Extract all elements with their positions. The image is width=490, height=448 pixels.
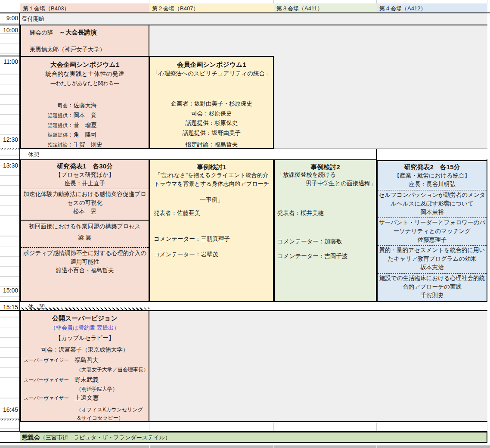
time-1100: 11:00 [0, 58, 18, 65]
grid-line [487, 423, 487, 432]
symposium1-role-row: 司会：佐藤大海 [30, 101, 157, 109]
case1-line2: トラウマを背景とする身体志向的アプローチ [150, 180, 273, 188]
band-border [0, 431, 487, 432]
symposium2-line: 話題提供：坂野由美子 [150, 129, 273, 137]
role-label: 指定討論 [30, 142, 68, 148]
time-1645: 16:45 [0, 406, 18, 414]
case2-block[interactable]: 事例検討2 「放課後登校を続ける 男子中学生との面接過程」 発表者：桜井美穂 コ… [274, 159, 377, 302]
reception-label: 受付開始 [22, 16, 44, 22]
sheet-bottom-tick [149, 445, 150, 448]
talk-title: セルフコンパッションが勤労者のメンタルヘルスに及ぼす影響について [378, 191, 487, 208]
talk-author: 松本 晃 [73, 207, 96, 216]
research1-talk: 初回面接における作業同盟の構築プロセス 梁 晨 [21, 220, 149, 247]
supervisee-affiliation: （大妻女子大学／当会理事長） [76, 366, 149, 374]
reception-row[interactable]: 受付開始 [20, 13, 487, 25]
symposium1-subtitle: 統合的な実践と主体性の発達 [21, 70, 149, 78]
supervisee-row: スーパーヴァイジー福島哲夫 [24, 356, 99, 364]
role-name: ：千賀 則史 [68, 141, 102, 148]
case2-commentator: コメンテーター：加藤敬 [277, 237, 342, 246]
supervision-note: （非会員は誓約書 要提出） [21, 324, 149, 332]
talk-author: 坂本憲治 [421, 263, 444, 272]
research1-chair: 座長：井上直子 [21, 179, 149, 188]
symposium1-block[interactable]: 大会企画シンポジウム1 統合的な実践と主体性の発達 ―わたしがあなたと関わる― … [20, 56, 149, 149]
venue-header-1[interactable]: 第１会場（B403） [20, 3, 149, 13]
research2-header: 研究発表2 各15分 【産業・就労における統合】 座長：長谷川明弘 [378, 161, 487, 190]
talk-title: 加速化体験力動療法における感情変容促進プロセスの可視化 [21, 190, 149, 207]
venue-header-2[interactable]: 第２会場（B407） [149, 3, 274, 13]
empty-area-1515 [149, 311, 487, 421]
research2-talk: 施設での生活臨床における心理社会的統合的アプローチの実践 千賀則史 [378, 273, 487, 305]
role-name: ：菅 瑠夏 [68, 122, 97, 128]
research2-block[interactable]: 研究発表2 各15分 【産業・就労における統合】 座長：長谷川明弘 セルフコンパ… [377, 160, 487, 302]
banquet-row[interactable]: 懇親会（三宮市街 ラピュタ・ザ・フランダーステイル） [0, 432, 487, 443]
case2-commentator: コメンテーター：吉岡千波 [277, 252, 348, 261]
venue4-break-divider [376, 149, 377, 160]
research1-category: 【プロセス研究ほか】 [21, 171, 149, 179]
sheet-bottom-tick [376, 445, 377, 448]
role-label: 話題提供 [30, 112, 68, 119]
venue-header-4[interactable]: 第４会場（A412） [377, 3, 487, 13]
grid-line [376, 423, 377, 432]
case2-line1: 「放課後登校を続ける [277, 171, 336, 179]
band-border [0, 301, 20, 302]
venue-header-3[interactable]: 第３会場（A411） [274, 3, 377, 13]
sheet-bottom-edge [0, 445, 490, 448]
break1-label: 休憩 [28, 151, 39, 158]
research2-talk: セルフコンパッションが勤労者のメンタルヘルスに及ぼす影響について 岡本茉裕 [378, 190, 487, 218]
banquet-title: 懇親会 [22, 434, 40, 441]
grid-line [20, 0, 20, 3]
opening-title: 開会の辞～大会長講演 [30, 28, 96, 37]
time-0900: 9:00 [0, 15, 18, 22]
time-1500: 15:00 [0, 287, 18, 294]
talk-author: 岡本茉裕 [421, 208, 444, 217]
research1-block[interactable]: 研究発表1 各30分 【プロセス研究ほか】 座長：井上直子 加速化体験力動療法に… [20, 159, 149, 302]
opening-session-block[interactable]: 開会の辞～大会長講演 巣黒慎太郎（神戸女子大学） [20, 25, 149, 57]
time-1330: 13:30 [0, 162, 18, 169]
talk-title: 初回面接における作業同盟の構築プロセス [21, 222, 149, 231]
band-border [0, 159, 20, 160]
research1-header: 研究発表1 各30分 【プロセス研究ほか】 座長：井上直子 [21, 160, 149, 189]
case1-block[interactable]: 事例検討1 「"語れなさ"を抱えるクライエント統合的介 トラウマを背景とする身体… [149, 159, 274, 302]
research2-title: 研究発表2 各15分 [378, 162, 487, 171]
wavy-border [0, 419, 20, 420]
grid-line [149, 0, 149, 3]
banquet-detail: （三宮市街 ラピュタ・ザ・フランダーステイル） [40, 434, 171, 441]
symposium1-subtitle2: ―わたしがあなたと関わる― [21, 79, 149, 87]
sheet-bottom-tick [273, 445, 274, 448]
role-label: 話題提供 [30, 132, 68, 138]
break1-row[interactable]: 休憩 [20, 149, 487, 159]
banquet-text: 懇親会（三宮市街 ラピュタ・ザ・フランダーステイル） [22, 433, 171, 442]
talk-author: 佐藤恵理子 [418, 236, 447, 244]
time-column [0, 3, 20, 445]
supervisor-affiliation: （オフィスKカウンセリング＆サイコセラピー） [76, 406, 144, 422]
symposium2-block[interactable]: 会員企画シンポジウム1 「心理療法へのスピリチュアリティの統合」 企画者：坂野由… [149, 56, 274, 149]
case1-commentator: コメンテーター：三瓶真理子 [154, 235, 230, 243]
talk-title: サーバント・リーダーとフォロワーのパーソナリティとのマッチング [378, 218, 487, 236]
symposium1-title: 大会企画シンポジウム1 [21, 60, 149, 69]
case2-line2: 男子中学生との面接過程」 [306, 179, 376, 188]
grid-line [487, 0, 487, 3]
wavy-border [0, 148, 20, 149]
role-name: ：佐藤大海 [68, 102, 97, 109]
research2-talk: 質的・量的アセスメントを統合的に用いたキャリア教育プログラムの効果 坂本憲治 [378, 245, 487, 273]
symposium1-role-row: 指定討論：千賀 則史 [30, 140, 157, 149]
symposium2-line: 指定討論：福島哲夫 [150, 140, 273, 149]
time-1000: 10:00 [0, 27, 18, 34]
symposium2-title: 会員企画シンポジウム1 [150, 60, 273, 69]
symposium2-subtitle: 「心理療法へのスピリチュアリティの統合」 [150, 70, 273, 78]
talk-title: ポジティブ感情調節不全に対する心理的介入の適用可能性 [21, 249, 149, 266]
grid-line [149, 423, 149, 432]
grid-line [376, 0, 377, 3]
talk-title: 施設での生活臨床における心理社会的統合的アプローチの実践 [378, 274, 487, 291]
grid-line [0, 1, 490, 1]
case2-title: 事例検討2 [275, 162, 376, 171]
venue-4-label: 第４会場（A412） [379, 5, 426, 12]
supervision-block[interactable]: 公開スーパービジョン （非会員は誓約書 要提出） 【カップルセラピー】 司会：沢… [20, 310, 149, 422]
supervisor-role: スーパーヴァイザー [24, 395, 74, 401]
supervisor-name: 上遠文恵 [74, 394, 99, 401]
talk-author: 梁 晨 [78, 233, 92, 242]
role-label: 司会 [30, 103, 68, 109]
research2-chair: 座長：長谷川明弘 [378, 180, 487, 189]
supervision-title: 公開スーパービジョン [21, 314, 149, 323]
supervisor-row: スーパーヴァイザー野末武義 [24, 376, 99, 384]
